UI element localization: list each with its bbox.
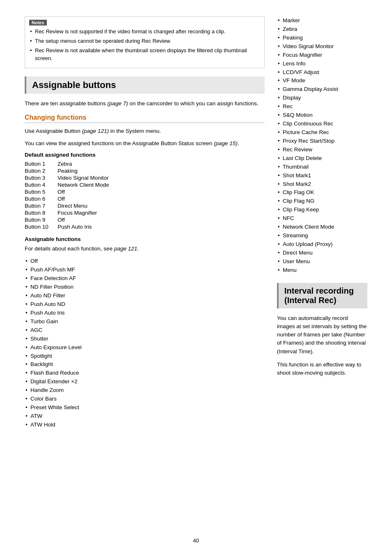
default-assigned-heading: Default assigned functions [25,152,265,158]
list-item: Shot Mark1 [277,171,367,180]
list-item: Shutter [25,335,265,343]
interval-rec-para1: You can automatically record images at s… [277,314,367,356]
list-item: VF Mode [277,76,367,85]
changing-functions-para2: You can view the assigned functions on t… [25,139,265,148]
button-value: Off [58,195,265,202]
button-name: Button 8 [25,209,58,216]
assignable-functions-list: OffPush AF/Push MFFace Detection AFND Fi… [25,257,265,429]
changing-functions-para1: Use Assignable Button (page 121) in the … [25,127,265,135]
list-item: NFC [277,214,367,223]
changing-functions-heading: Changing functions [25,114,265,121]
list-item: Display [277,94,367,102]
button-name: Button 1 [25,160,58,167]
interval-rec-heading: Interval recording (Interval Rec) [284,286,362,305]
list-item: Last Clip Delete [277,154,367,163]
list-item: Push AF/Push MF [25,266,265,274]
table-row: Button 2Peaking [25,167,265,174]
right-functions-list: MarkerZebraPeakingVideo Signal MonitorFo… [277,16,367,275]
list-item: Zebra [277,25,367,34]
list-item: Lens Info [277,60,367,68]
interval-rec-para2: This function is an effective way to sho… [277,361,367,378]
list-item: Rec Review [277,146,367,154]
button-table: Button 1ZebraButton 2PeakingButton 3Vide… [25,160,265,230]
list-item: Shot Mark2 [277,180,367,189]
list-item: Digital Extender ×2 [25,378,265,386]
list-item: Push Auto ND [25,300,265,309]
button-name: Button 9 [25,216,58,223]
list-item: Thumbnail [277,163,367,171]
table-row: Button 5Off [25,188,265,195]
list-item: Marker [277,16,367,25]
notes-item: Rec Review is not supported if the video… [29,28,260,36]
list-item: User Menu [277,257,367,266]
table-row: Button 10Push Auto Iris [25,223,265,230]
list-item: Rec [277,102,367,111]
table-row: Button 9Off [25,216,265,223]
list-item: Auto ND Filter [25,292,265,300]
button-value: Zebra [58,160,265,167]
assignable-buttons-heading: Assignable buttons [32,80,259,90]
list-item: Off [25,257,265,266]
assignable-functions-heading: Assignable functions [25,236,265,242]
list-item: Clip Flag OK [277,188,367,197]
list-item: Spotlight [25,352,265,361]
assignable-intro: There are ten assignable buttons (page 7… [25,100,265,108]
button-name: Button 4 [25,181,58,188]
list-item: Clip Flag Keep [277,206,367,214]
button-value: Video Signal Monitor [58,174,265,181]
interval-rec-heading-box: Interval recording (Interval Rec) [277,283,367,308]
button-value: Peaking [58,167,265,174]
list-item: ATW Hold [25,421,265,429]
button-name: Button 2 [25,167,58,174]
notes-item: Rec Review is not available when the thu… [29,47,260,63]
notes-item: The setup menus cannot be operated durin… [29,37,260,45]
button-value: Network Client Mode [58,181,265,188]
table-row: Button 4Network Client Mode [25,181,265,188]
table-row: Button 7Direct Menu [25,202,265,209]
table-row: Button 8Focus Magnifier [25,209,265,216]
button-name: Button 10 [25,223,58,230]
list-item: ND Filter Position [25,283,265,292]
page-number: 40 [193,537,199,544]
list-item: Preset White Select [25,403,265,412]
table-row: Button 6Off [25,195,265,202]
list-item: ATW [25,412,265,421]
list-item: LCD/VF Adjust [277,68,367,77]
button-name: Button 5 [25,188,58,195]
list-item: Flash Band Reduce [25,369,265,378]
list-item: Menu [277,266,367,275]
button-value: Push Auto Iris [58,223,265,230]
list-item: Video Signal Monitor [277,42,367,51]
list-item: Auto Exposure Level [25,343,265,352]
list-item: Focus Magnifier [277,51,367,60]
list-item: Gamma Display Assist [277,85,367,94]
table-row: Button 3Video Signal Monitor [25,174,265,181]
assignable-buttons-heading-box: Assignable buttons [25,76,265,94]
list-item: Picture Cache Rec [277,128,367,137]
list-item: Auto Upload (Proxy) [277,240,367,249]
button-name: Button 3 [25,174,58,181]
button-value: Focus Magnifier [58,209,265,216]
list-item: S&Q Motion [277,111,367,120]
notes-section: Notes Rec Review is not supported if the… [25,16,265,68]
changing-functions-header: Changing functions [25,114,265,123]
button-name: Button 7 [25,202,58,209]
list-item: Turbo Gain [25,317,265,326]
list-item: Color Bars [25,395,265,403]
list-item: Network Client Mode [277,223,367,232]
list-item: Face Detection AF [25,274,265,283]
notes-list: Rec Review is not supported if the video… [29,28,260,62]
assignable-functions-intro: For details about each function, see pag… [25,245,265,253]
button-name: Button 6 [25,195,58,202]
table-row: Button 1Zebra [25,160,265,167]
list-item: Proxy Rec Start/Stop [277,137,367,146]
button-value: Off [58,188,265,195]
notes-label: Notes [29,20,47,25]
button-value: Direct Menu [58,202,265,209]
list-item: AGC [25,326,265,335]
list-item: Peaking [277,34,367,42]
list-item: Clip Flag NG [277,197,367,206]
list-item: Streaming [277,232,367,240]
list-item: Backlight [25,360,265,369]
list-item: Push Auto Iris [25,309,265,317]
